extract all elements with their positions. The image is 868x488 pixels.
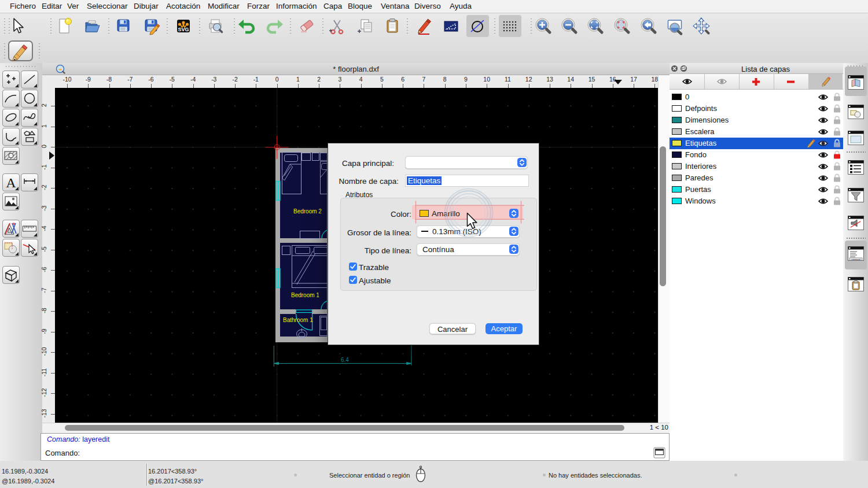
svg-text:SVG: SVG bbox=[178, 27, 189, 32]
svg-text:6.4: 6.4 bbox=[341, 357, 349, 363]
svg-text:Bedroom 1: Bedroom 1 bbox=[291, 292, 319, 298]
svg-text:command: command bbox=[851, 258, 860, 261]
svg-text:Bathroom 1: Bathroom 1 bbox=[283, 317, 313, 323]
svg-text:Bedroom 2: Bedroom 2 bbox=[293, 208, 322, 215]
